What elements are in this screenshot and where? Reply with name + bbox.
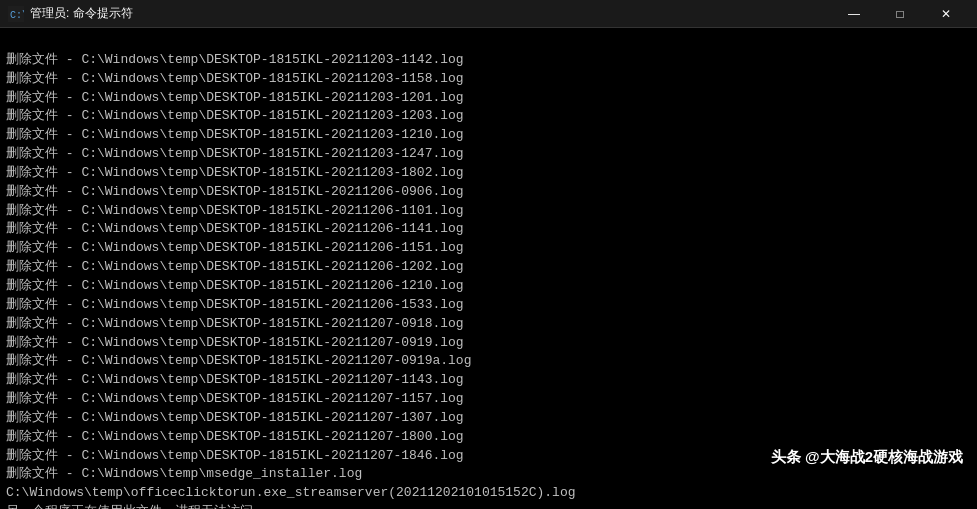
console-line: 另一个程序正在使用此文件，进程无法访问。 <box>6 503 971 509</box>
console-line: 删除文件 - C:\Windows\temp\DESKTOP-1815IKL-2… <box>6 164 971 183</box>
console-line: 删除文件 - C:\Windows\temp\DESKTOP-1815IKL-2… <box>6 107 971 126</box>
console-line: 删除文件 - C:\Windows\temp\msedge_installer.… <box>6 465 971 484</box>
console-line: 删除文件 - C:\Windows\temp\DESKTOP-1815IKL-2… <box>6 258 971 277</box>
console-line: 删除文件 - C:\Windows\temp\DESKTOP-1815IKL-2… <box>6 220 971 239</box>
console-line: 删除文件 - C:\Windows\temp\DESKTOP-1815IKL-2… <box>6 352 971 371</box>
console-line: 删除文件 - C:\Windows\temp\DESKTOP-1815IKL-2… <box>6 89 971 108</box>
console-line: 删除文件 - C:\Windows\temp\DESKTOP-1815IKL-2… <box>6 296 971 315</box>
console-line: 删除文件 - C:\Windows\temp\DESKTOP-1815IKL-2… <box>6 239 971 258</box>
console-line: 删除文件 - C:\Windows\temp\DESKTOP-1815IKL-2… <box>6 390 971 409</box>
console-line: 删除文件 - C:\Windows\temp\DESKTOP-1815IKL-2… <box>6 371 971 390</box>
console-line: 删除文件 - C:\Windows\temp\DESKTOP-1815IKL-2… <box>6 183 971 202</box>
console-line: C:\Windows\temp\officeclicktorun.exe_str… <box>6 484 971 503</box>
maximize-button[interactable]: □ <box>877 0 923 28</box>
window-title: 管理员: 命令提示符 <box>30 5 133 22</box>
console-line: 删除文件 - C:\Windows\temp\DESKTOP-1815IKL-2… <box>6 409 971 428</box>
title-bar: C:\ 管理员: 命令提示符 — □ ✕ <box>0 0 977 28</box>
console-line: 删除文件 - C:\Windows\temp\DESKTOP-1815IKL-2… <box>6 202 971 221</box>
console-line: 删除文件 - C:\Windows\temp\DESKTOP-1815IKL-2… <box>6 428 971 447</box>
close-button[interactable]: ✕ <box>923 0 969 28</box>
console-line: 删除文件 - C:\Windows\temp\DESKTOP-1815IKL-2… <box>6 70 971 89</box>
window-controls: — □ ✕ <box>831 0 969 28</box>
cmd-icon: C:\ <box>8 6 24 22</box>
console-output: 删除文件 - C:\Windows\temp\DESKTOP-1815IKL-2… <box>0 28 977 509</box>
console-line: 删除文件 - C:\Windows\temp\DESKTOP-1815IKL-2… <box>6 126 971 145</box>
title-bar-left: C:\ 管理员: 命令提示符 <box>8 5 133 22</box>
console-line: 删除文件 - C:\Windows\temp\DESKTOP-1815IKL-2… <box>6 315 971 334</box>
minimize-button[interactable]: — <box>831 0 877 28</box>
console-line: 删除文件 - C:\Windows\temp\DESKTOP-1815IKL-2… <box>6 277 971 296</box>
svg-text:C:\: C:\ <box>10 10 24 21</box>
console-line: 删除文件 - C:\Windows\temp\DESKTOP-1815IKL-2… <box>6 447 971 466</box>
console-line: 删除文件 - C:\Windows\temp\DESKTOP-1815IKL-2… <box>6 334 971 353</box>
console-line: 删除文件 - C:\Windows\temp\DESKTOP-1815IKL-2… <box>6 145 971 164</box>
console-line: 删除文件 - C:\Windows\temp\DESKTOP-1815IKL-2… <box>6 51 971 70</box>
